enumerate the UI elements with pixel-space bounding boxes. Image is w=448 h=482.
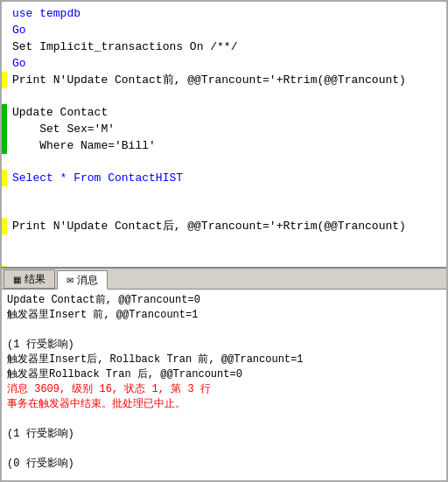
code-line: Where Name='Bill' bbox=[2, 137, 446, 154]
line-text: Set Implicit_transactions On /**/ bbox=[10, 38, 446, 55]
line-marker bbox=[2, 55, 7, 72]
code-line: Go bbox=[2, 55, 446, 72]
tab-bar: ▦结果✉消息 bbox=[2, 269, 446, 290]
line-marker bbox=[2, 121, 7, 137]
grid-icon: ▦ bbox=[13, 275, 21, 284]
line-text bbox=[10, 186, 446, 202]
line-text: Select * From ContactHIST bbox=[10, 170, 446, 186]
line-marker bbox=[2, 266, 7, 269]
line-marker bbox=[2, 22, 7, 38]
code-line: Go bbox=[2, 22, 446, 38]
line-marker bbox=[2, 72, 7, 88]
result-line: (1 行受影响) bbox=[7, 338, 441, 353]
line-text: Where Name='Bill' bbox=[10, 137, 446, 154]
line-text: Update Contact bbox=[10, 104, 446, 121]
code-line: Set Implicit_transactions On /**/ bbox=[2, 38, 446, 55]
line-marker bbox=[2, 234, 7, 250]
line-text: Print N'Update Contact后, @@Trancount='+R… bbox=[10, 218, 446, 234]
code-line bbox=[2, 202, 446, 218]
result-line: 触发器里Rollback Tran 后, @@Trancount=0 bbox=[7, 367, 441, 382]
line-marker bbox=[2, 202, 7, 218]
tab-结果[interactable]: ▦结果 bbox=[4, 269, 55, 289]
code-line: Print N'Update Contact前, @@Trancount='+R… bbox=[2, 72, 446, 88]
tab-label: 消息 bbox=[77, 273, 98, 288]
line-text bbox=[10, 88, 446, 104]
code-line: Update Contact bbox=[2, 104, 446, 121]
code-line: use tempdb bbox=[2, 5, 446, 22]
line-text: Go bbox=[10, 22, 446, 38]
result-line: (0 行受影响) bbox=[7, 457, 441, 472]
result-line: 触发器里Insert 前, @@Trancount=1 bbox=[7, 308, 441, 323]
result-line: 消息 3609, 级别 16, 状态 1, 第 3 行 bbox=[7, 382, 441, 397]
line-marker bbox=[2, 104, 7, 121]
line-text bbox=[10, 202, 446, 218]
code-line bbox=[2, 234, 446, 250]
line-text bbox=[10, 250, 446, 266]
line-marker bbox=[2, 154, 7, 170]
result-line: (1 行受影响) bbox=[7, 427, 441, 442]
tab-label: 结果 bbox=[24, 272, 46, 287]
result-line bbox=[7, 412, 441, 427]
code-line: Set Sex='M' bbox=[2, 121, 446, 137]
result-line: Update Contact前, @@Trancount=0 bbox=[7, 293, 441, 308]
tab-消息[interactable]: ✉消息 bbox=[57, 270, 108, 290]
line-marker bbox=[2, 186, 7, 202]
line-marker bbox=[2, 5, 7, 22]
line-marker bbox=[2, 88, 7, 104]
line-marker bbox=[2, 250, 7, 266]
code-lines: use tempdbGoSet Implicit_transactions On… bbox=[2, 5, 446, 269]
code-line bbox=[2, 250, 446, 266]
line-text bbox=[10, 234, 446, 250]
message-icon: ✉ bbox=[66, 276, 74, 285]
line-text: use tempdb bbox=[10, 5, 446, 22]
line-marker bbox=[2, 170, 7, 186]
line-text: Set Sex='M' bbox=[10, 121, 446, 137]
line-text: Print N'Update Contact前, @@Trancount='+R… bbox=[10, 72, 446, 88]
line-marker bbox=[2, 38, 7, 55]
result-line: 事务在触发器中结束。批处理已中止。 bbox=[7, 397, 441, 412]
code-line bbox=[2, 186, 446, 202]
result-line bbox=[7, 442, 441, 457]
line-text: Go bbox=[10, 55, 446, 72]
result-line: 触发器里Insert后, Rollback Tran 前, @@Trancoun… bbox=[7, 353, 441, 367]
code-line bbox=[2, 154, 446, 170]
code-line: Rollback Tran bbox=[2, 266, 446, 269]
line-marker bbox=[2, 137, 7, 154]
result-line bbox=[7, 323, 441, 338]
results-area[interactable]: Update Contact前, @@Trancount=0触发器里Insert… bbox=[2, 290, 446, 480]
code-line: Select * From ContactHIST bbox=[2, 170, 446, 186]
code-editor[interactable]: use tempdbGoSet Implicit_transactions On… bbox=[2, 2, 446, 269]
code-line bbox=[2, 88, 446, 104]
line-marker bbox=[2, 218, 7, 234]
line-text bbox=[10, 154, 446, 170]
line-text: Rollback Tran bbox=[10, 266, 446, 269]
code-line: Print N'Update Contact后, @@Trancount='+R… bbox=[2, 218, 446, 234]
